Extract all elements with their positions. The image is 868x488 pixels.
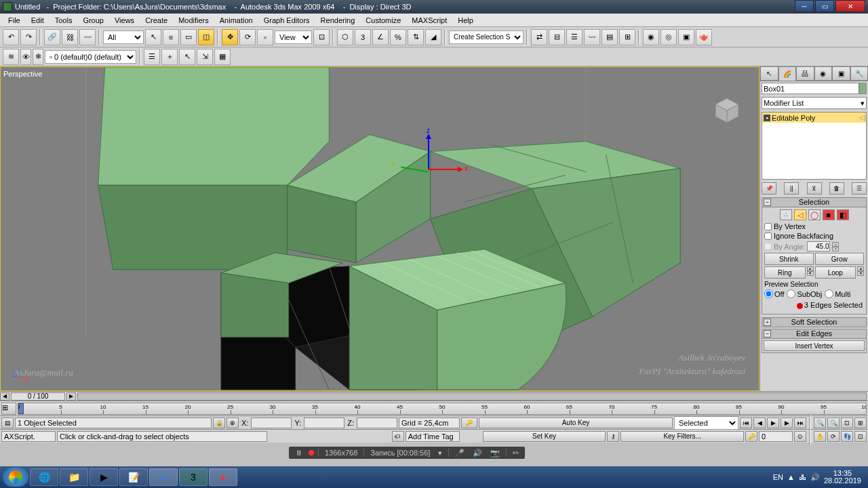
goto-start-button[interactable]: ⏮ (740, 418, 752, 428)
loop-spin-up[interactable]: ▴ (857, 266, 864, 271)
select-and-rotate-button[interactable]: ⟳ (239, 29, 256, 45)
unlink-button[interactable]: ⛓ (62, 29, 78, 45)
ring-spin-up[interactable]: ▴ (807, 266, 814, 271)
keymode-dropdown[interactable]: Selected (674, 416, 738, 430)
track-scroll-left[interactable]: ◀ (0, 392, 9, 401)
timeslider-config-button[interactable]: ⊞ (1, 403, 16, 415)
time-ruler[interactable]: 0510152025303540455055606570758085909510… (18, 403, 867, 415)
snap-toggle-button[interactable]: 3 (355, 29, 371, 45)
track-bar[interactable]: ◀ 0 / 100 ▶ (0, 391, 868, 401)
by-angle-value[interactable] (807, 241, 830, 251)
layer-freeze-icon[interactable]: ❄ (33, 49, 43, 65)
menu-customize[interactable]: Customize (360, 15, 406, 26)
prev-frame-button[interactable]: ◀ (753, 418, 766, 428)
zoom-all-button[interactable]: 🔍 (827, 418, 840, 428)
object-name-field[interactable] (762, 83, 859, 94)
track-scroll-right[interactable]: ▶ (66, 392, 76, 401)
coord-x-field[interactable] (251, 418, 292, 428)
redo-button[interactable]: ↷ (20, 29, 37, 45)
select-and-scale-button[interactable]: ▫ (257, 29, 273, 45)
zoom-extents-button[interactable]: ⊡ (841, 418, 853, 428)
ref-coord-dropdown[interactable]: View (275, 30, 312, 44)
angle-spin-up[interactable]: ▴ (832, 242, 839, 247)
subobj-vertex[interactable]: ∴ (780, 209, 792, 220)
make-unique-button[interactable]: ⊻ (807, 182, 822, 195)
play-button[interactable]: ▶ (767, 418, 779, 428)
pin-stack-button[interactable]: 📌 (762, 182, 776, 195)
maxscript-mini-listener-icon[interactable]: ▤ (1, 418, 14, 428)
start-button[interactable] (3, 468, 28, 487)
max-viewport-button[interactable]: ⊡ (854, 431, 867, 442)
undo-button[interactable]: ↶ (3, 29, 19, 45)
subobj-border[interactable]: ◯ (808, 209, 821, 220)
arc-rotate-button[interactable]: ⟳ (827, 431, 840, 442)
render-frame-button[interactable]: ◎ (660, 29, 677, 45)
current-frame-field[interactable] (759, 431, 793, 442)
select-by-name-button[interactable]: ≡ (163, 29, 179, 45)
zoom-extents-all-button[interactable]: ⊞ (854, 418, 867, 428)
menu-rendering[interactable]: Rendering (315, 15, 361, 26)
goto-end-button[interactable]: ⏭ (794, 418, 806, 428)
tab-modify[interactable]: 🌈 (778, 66, 797, 81)
show-end-result-button[interactable]: || (784, 182, 799, 195)
tab-display[interactable]: ▣ (832, 66, 850, 81)
create-layer-button[interactable]: ☰ (144, 49, 160, 65)
layer-manager-button[interactable]: ☰ (566, 29, 583, 45)
tray-lang[interactable]: EN (773, 473, 783, 481)
schematic-view-button[interactable]: ▤ (601, 29, 618, 45)
autokey-button[interactable]: Auto Key (479, 418, 673, 428)
tab-hierarchy[interactable]: 品 (796, 66, 814, 81)
screen-recorder-overlay[interactable]: ⏸ 1366x768 Запись [00:08:56] ▾ 🎤 🔊 📷 ✏ (289, 447, 525, 459)
preview-subobj-radio[interactable] (787, 289, 795, 298)
add-to-layer-button[interactable]: ＋ (161, 49, 178, 65)
preview-off-radio[interactable] (764, 289, 773, 298)
selection-filter-dropdown[interactable]: All (103, 30, 144, 44)
by-angle-checkbox[interactable] (764, 243, 772, 250)
angle-snap-button[interactable]: ∠ (372, 29, 389, 45)
taskbar-3dsmax[interactable]: 3 (179, 468, 208, 486)
rendered-frame-button[interactable]: ▣ (678, 29, 694, 45)
menu-edit[interactable]: Edit (26, 15, 50, 26)
mirror-button[interactable]: ⇄ (531, 29, 547, 45)
tray-flag-icon[interactable]: ▲ (787, 473, 795, 481)
rollup-selection-header[interactable]: − Selection (762, 197, 867, 207)
taskbar-media[interactable]: ▶ (90, 468, 118, 486)
taskbar-recorder[interactable]: ● (209, 468, 237, 486)
menu-modifiers[interactable]: Modifiers (173, 15, 214, 26)
by-vertex-checkbox[interactable] (764, 223, 772, 230)
menu-maxscript[interactable]: MAXScript (406, 15, 452, 26)
object-color-swatch[interactable] (859, 83, 867, 94)
tray-clock[interactable]: 13:35 28.02.2019 (824, 470, 861, 485)
layer-select-highlight-button[interactable]: ▦ (214, 49, 231, 65)
setkey-button[interactable]: Set Key (483, 431, 606, 442)
tab-create[interactable]: ↖ (760, 66, 778, 81)
render-setup-button[interactable]: ◉ (643, 29, 659, 45)
menu-graph-editors[interactable]: Graph Editors (258, 15, 315, 26)
key-filters-button[interactable]: Key Filters... (620, 431, 744, 442)
menu-file[interactable]: File (3, 15, 26, 26)
select-and-manipulate-button[interactable]: ⬡ (337, 29, 353, 45)
track-bar-track[interactable] (77, 392, 867, 401)
window-crossing-button[interactable]: ◫ (198, 29, 214, 45)
next-frame-button[interactable]: ▶ (781, 418, 793, 428)
named-selection-set-dropdown[interactable]: Create Selection Set (449, 30, 524, 44)
subobj-polygon[interactable]: ■ (823, 209, 835, 220)
modifier-list-dropdown[interactable]: Modifier List▾ (762, 97, 867, 109)
rollup-soft-selection-header[interactable]: +Soft Selection (762, 317, 867, 327)
maximize-button[interactable]: ▭ (815, 0, 834, 12)
viewport-label[interactable]: Perspective (3, 70, 42, 78)
select-and-move-button[interactable]: ✥ (222, 29, 238, 45)
time-tag-icon[interactable]: 🏷 (392, 431, 404, 442)
edged-snap-button[interactable]: ◢ (425, 29, 441, 45)
walk-through-button[interactable]: 👣 (841, 431, 853, 442)
spinner-snap-button[interactable]: ⇅ (408, 29, 424, 45)
taskbar-explorer[interactable]: 📁 (60, 468, 88, 486)
menu-views[interactable]: Views (109, 15, 140, 26)
select-object-button[interactable]: ↖ (145, 29, 161, 45)
rollup-edit-edges-header[interactable]: −Edit Edges (762, 329, 867, 339)
layer-dropdown-icon[interactable]: ≋ (3, 49, 19, 65)
loop-spin-down[interactable]: ▾ (857, 271, 864, 276)
menu-group[interactable]: Group (77, 15, 109, 26)
coord-z-field[interactable] (357, 418, 397, 428)
taskbar-word[interactable]: W (149, 468, 178, 486)
